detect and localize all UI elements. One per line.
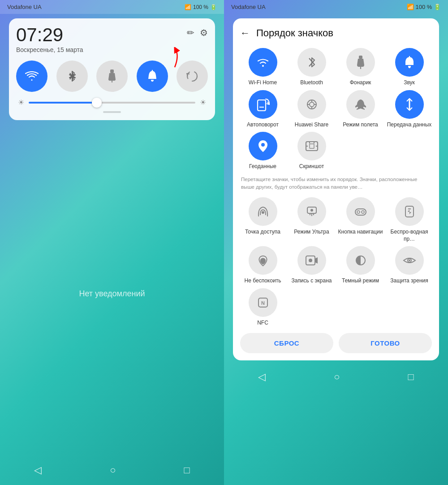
battery-left: 100 % (193, 4, 208, 10)
recents-btn-left[interactable]: □ (184, 464, 190, 476)
panel-back-btn[interactable]: ← (240, 27, 250, 39)
left-panel: Vodafone UA 📶 100 % 🔋 07:29 Воскресенье,… (0, 0, 224, 485)
signal-icon-left: 📶 (185, 4, 191, 10)
done-button[interactable]: ГОТОВО (339, 333, 432, 353)
icon-cell-dark-mode[interactable]: Темный режим (338, 246, 383, 285)
eye-protect-circle (395, 246, 424, 275)
brightness-row: ☀ ☀ (16, 98, 208, 107)
back-btn-left[interactable]: ◁ (34, 464, 42, 476)
hotspot-label: Точка доступа (245, 229, 280, 236)
nfc-label: NFC (257, 320, 268, 327)
battery-icon-left: 🔋 (210, 4, 217, 10)
geo-circle (249, 132, 277, 160)
wifi-label: Wi-Fi Home (249, 79, 277, 87)
hotspot-circle (249, 197, 277, 226)
quick-bluetooth-icon[interactable]: ∗ (56, 61, 88, 92)
home-btn-left[interactable]: ○ (110, 464, 116, 476)
bottom-buttons: СБРОС ГОТОВО (240, 333, 432, 353)
status-bar-right: Vodafone UA 📶 100 % 🔋 (224, 0, 448, 14)
svg-text:N: N (261, 300, 265, 306)
panel-title: Порядок значков (256, 27, 333, 39)
ultra-circle (297, 197, 326, 226)
dnd-circle (249, 246, 277, 275)
settings-icon[interactable]: ⚙ (200, 27, 208, 38)
icon-cell-hotspot[interactable]: Точка доступа (240, 197, 285, 242)
quick-bell-icon[interactable] (137, 61, 168, 92)
wireless-circle (395, 197, 424, 226)
eye-protect-label: Защита зрения (390, 277, 428, 285)
data-transfer-label: Передача данных (387, 121, 432, 129)
svg-point-4 (187, 71, 197, 81)
icon-cell-wifi[interactable]: Wi-Fi Home (240, 48, 285, 87)
airplane-label: Режим полета (343, 121, 378, 129)
svg-rect-9 (258, 100, 266, 111)
hint-text: Перетащите значки, чтобы изменить их пор… (240, 176, 432, 191)
right-status-icons-left: 📶 100 % 🔋 (185, 4, 217, 10)
icon-cell-sound[interactable]: Звук (387, 48, 432, 87)
svg-point-32 (357, 211, 360, 213)
icon-cell-screenshot[interactable]: Скриншот (289, 132, 334, 170)
drag-handle (103, 111, 121, 113)
nav-key-circle (346, 197, 375, 226)
wifi-circle (249, 48, 277, 77)
huawei-share-label: Huawei Share (295, 121, 328, 129)
recents-btn-right[interactable]: □ (408, 371, 414, 383)
right-panel: Vodafone UA 📶 100 % 🔋 ← Порядок значков (224, 0, 448, 485)
carrier-right: Vodafone UA (231, 4, 266, 10)
signal-icon-right: 📶 (407, 4, 414, 10)
svg-point-18 (261, 143, 265, 147)
icon-cell-nfc[interactable]: N NFC (240, 288, 285, 327)
dnd-label: Не беспокоить (245, 277, 281, 285)
icon-cell-wireless[interactable]: Беспро-водная пр… (387, 197, 432, 242)
icon-cell-airplane[interactable]: Режим полета (338, 90, 383, 129)
carrier-left: Vodafone UA (7, 4, 42, 10)
status-bar-left: Vodafone UA 📶 100 % 🔋 (0, 0, 224, 14)
notification-card: 07:29 Воскресенье, 15 марта ✏ ⚙ (9, 18, 215, 120)
svg-rect-24 (310, 144, 314, 148)
brightness-thumb[interactable] (92, 98, 102, 108)
screenshot-circle (297, 132, 326, 160)
geo-label: Геоданные (249, 163, 276, 170)
brightness-high-icon: ☀ (200, 98, 206, 107)
quick-wifi-icon[interactable] (16, 61, 47, 92)
svg-point-40 (409, 260, 410, 261)
svg-point-25 (262, 211, 264, 214)
time-display: 07:29 (16, 26, 83, 44)
panel-header: ← Порядок значков (240, 27, 432, 39)
sound-label: Звук (404, 79, 415, 87)
nav-bar-left: ◁ ○ □ (0, 458, 224, 485)
wireless-label: Беспро-водная пр… (387, 229, 432, 242)
flashlight-circle (346, 48, 375, 77)
dark-mode-label: Темный режим (342, 277, 379, 285)
sound-circle (395, 48, 424, 77)
icon-cell-ultra[interactable]: Режим Ультра (289, 197, 334, 242)
screen-record-label: Запись с экрана (291, 277, 332, 285)
screenshot-label: Скриншот (299, 163, 324, 170)
back-btn-right[interactable]: ◁ (258, 371, 266, 383)
quick-flashlight-icon[interactable] (96, 61, 128, 92)
edit-icon[interactable]: ✏ (187, 27, 194, 38)
date-display: Воскресенье, 15 марта (16, 46, 83, 53)
rotate-label: Автоповорот (247, 121, 279, 129)
home-btn-right[interactable]: ○ (334, 371, 340, 383)
time-date-block: 07:29 Воскресенье, 15 марта (16, 26, 83, 53)
quick-rotate-icon[interactable] (177, 61, 208, 92)
icon-cell-screen-record[interactable]: Запись с экрана (289, 246, 334, 285)
icon-cell-huawei-share[interactable]: Huawei Share (289, 90, 334, 129)
airplane-circle (346, 90, 375, 119)
icon-cell-rotate[interactable]: Автоповорот (240, 90, 285, 129)
icon-cell-geo[interactable]: Геоданные (240, 132, 285, 170)
icon-cell-bluetooth[interactable]: Bluetooth (289, 48, 334, 87)
icon-cell-dnd[interactable]: Не беспокоить (240, 246, 285, 285)
icon-cell-data-transfer[interactable]: Передача данных (387, 90, 432, 129)
nav-key-label: Кнопка навигации (338, 229, 383, 236)
icon-cell-flashlight[interactable]: Фонарик (338, 48, 383, 87)
flashlight-label: Фонарик (350, 79, 371, 87)
svg-rect-1 (110, 69, 114, 73)
svg-point-5 (262, 65, 264, 67)
brightness-low-icon: ☀ (18, 98, 24, 107)
reset-button[interactable]: СБРОС (240, 333, 333, 353)
brightness-slider[interactable] (29, 102, 195, 104)
icon-cell-eye-protect[interactable]: Защита зрения (387, 246, 432, 285)
icon-cell-nav-key[interactable]: Кнопка навигации (338, 197, 383, 242)
